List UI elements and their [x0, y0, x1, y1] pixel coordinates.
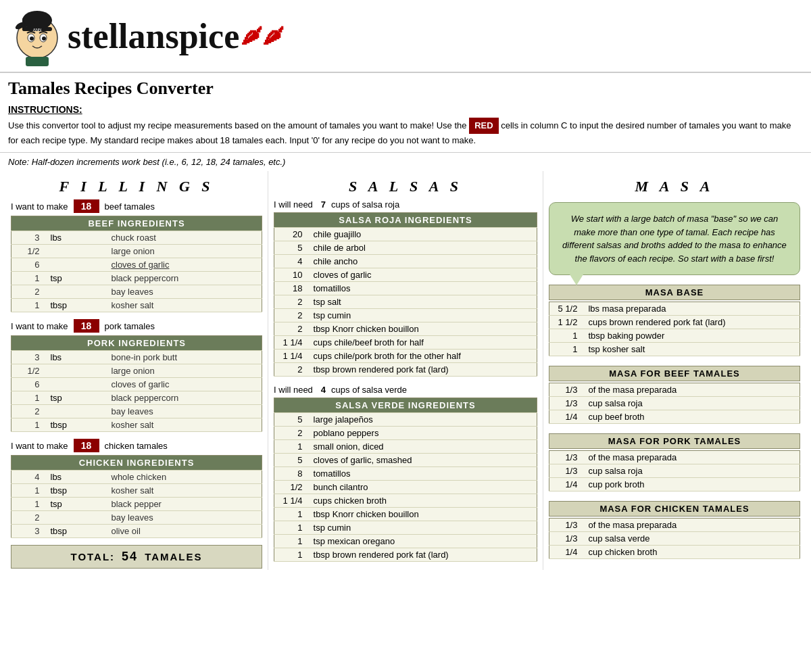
salsa-verde-table: SALSA VERDE INGREDIENTS 5large jalapeños… [274, 398, 537, 562]
table-row: 1tbsp baking powder [549, 329, 800, 343]
table-row: 1tbsp Knorr chicken bouillon [274, 508, 537, 521]
table-row: 1/3of the masa preparada [549, 519, 800, 532]
chicken-want-row: I want to make chicken tamales [11, 439, 262, 452]
table-row: 1/4cup beef broth [549, 410, 800, 424]
page-title: Tamales Recipes Converter [0, 73, 811, 101]
total-label: TOTAL: [71, 551, 116, 562]
masa-pork-header: MASA FOR PORK TAMALES [549, 433, 800, 449]
beef-want-item: beef tamales [105, 201, 155, 212]
svg-text:ANN: ANN [33, 28, 42, 32]
table-row: 18tomatillos [274, 282, 537, 295]
beef-want-row: I want to make beef tamales [11, 199, 262, 213]
total-item: TAMALES [145, 551, 202, 562]
roja-item: cups of salsa roja [331, 199, 399, 210]
beef-header-row: BEEF INGREDIENTS [11, 216, 262, 231]
table-row: 1tspblack pepper [11, 498, 262, 511]
roja-will-row: I will need 7 cups of salsa roja [274, 199, 537, 210]
table-row: 1/4cup chicken broth [549, 546, 800, 559]
masa-pork-table: 1/3of the masa preparada 1/3cup salsa ro… [549, 450, 800, 491]
logo-name: stellanspice [68, 16, 239, 56]
table-row: 6cloves of garlic [11, 258, 262, 272]
table-row: 1tbspkosher salt [11, 299, 262, 312]
table-row: 1/2bunch cilantro [274, 481, 537, 494]
table-row: 1tsp cumin [274, 521, 537, 535]
table-row: 1/3cup salsa roja [549, 464, 800, 478]
table-row: 3lbsbone-in pork butt [11, 351, 262, 364]
chicken-want-item: chicken tamales [105, 441, 168, 451]
table-row: 5chile de arbol [274, 241, 537, 255]
main-content: F I L L I N G S I want to make beef tama… [0, 171, 811, 570]
verde-will-row: I will need 4 cups of salsa verde [274, 385, 537, 395]
svg-point-6 [30, 37, 34, 41]
masa-beef-header: MASA FOR BEEF TAMALES [549, 366, 800, 381]
salsas-heading: S A L S A S [274, 178, 537, 195]
total-value: 54 [122, 550, 138, 564]
masa-base-table: 5 1/2lbs masa preparada 1 1/2cups brown … [549, 302, 800, 356]
table-row: 2tsp cumin [274, 309, 537, 322]
chili-icon: 🌶🌶 [241, 24, 284, 49]
header: ANN stellanspice🌶🌶 [0, 0, 811, 73]
table-row: 1tbspkosher salt [11, 484, 262, 498]
instructions-text: Use this convertor tool to adjust my rec… [8, 118, 803, 147]
verde-value: 4 [321, 385, 326, 395]
beef-input[interactable] [74, 199, 99, 213]
table-row: 1tbsp brown rendered pork fat (lard) [274, 548, 537, 562]
table-row: 2tbsp brown rendered pork fat (lard) [274, 363, 537, 377]
table-row: 2bay leaves [11, 405, 262, 418]
table-row: 1/3of the masa preparada [549, 451, 800, 464]
table-row: 2bay leaves [11, 511, 262, 525]
masa-chicken-header: MASA FOR CHICKEN TAMALES [549, 501, 800, 517]
masa-column: M A S A We start with a large batch of m… [543, 171, 806, 570]
table-row: 1/2large onion [11, 245, 262, 258]
chicken-input[interactable] [74, 439, 99, 452]
red-badge: RED [469, 118, 498, 134]
pork-input[interactable] [74, 319, 99, 333]
table-row: 1 1/2cups brown rendered pork fat (lard) [549, 316, 800, 329]
table-row: 3lbschuck roast [11, 231, 262, 245]
total-bar: TOTAL: 54 TAMALES [11, 545, 262, 569]
salsas-column: S A L S A S I will need 7 cups of salsa … [268, 171, 543, 570]
table-row: 1/3cup salsa roja [549, 397, 800, 410]
masa-speech-bubble: We start with a large batch of masa "bas… [549, 202, 800, 275]
masa-heading: M A S A [549, 178, 800, 195]
table-row: 1/3of the masa preparada [549, 383, 800, 397]
pork-want-item: pork tamales [105, 321, 155, 331]
table-row: 2tsp salt [274, 295, 537, 309]
masa-chicken-table: 1/3of the masa preparada 1/3cup salsa ve… [549, 518, 800, 559]
svg-rect-8 [26, 57, 49, 66]
table-row: 1small onion, diced [274, 440, 537, 454]
fillings-heading: F I L L I N G S [11, 178, 262, 195]
table-row: 4chile ancho [274, 255, 537, 268]
table-row: 1 1/4cups chile/beef broth for half [274, 336, 537, 350]
masa-base-header: MASA BASE [549, 285, 800, 300]
table-row: 5cloves of garlic, smashed [274, 454, 537, 467]
fillings-column: F I L L I N G S I want to make beef tama… [5, 171, 268, 570]
roja-value: 7 [321, 199, 326, 210]
logo-avatar: ANN [7, 5, 68, 66]
table-row: 1/4cup pork broth [549, 478, 800, 491]
pork-header-row: PORK INGREDIENTS [11, 336, 262, 351]
table-row: 6cloves of garlic [11, 378, 262, 391]
table-row: 5large jalapeños [274, 413, 537, 427]
logo-text: stellanspice🌶🌶 [68, 16, 284, 56]
table-row: 2poblano peppers [274, 427, 537, 440]
table-row: 5 1/2lbs masa preparada [549, 302, 800, 316]
table-row: 1tsp kosher salt [549, 343, 800, 356]
salsa-roja-table: SALSA ROJA INGREDIENTS 20chile guajillo … [274, 212, 537, 377]
table-row: 1tspblack peppercorn [11, 272, 262, 285]
table-row: 1/2large onion [11, 364, 262, 378]
table-row: 1tspblack peppercorn [11, 391, 262, 405]
table-row: 2tbsp Knorr chicken bouillon [274, 322, 537, 336]
roja-header-row: SALSA ROJA INGREDIENTS [274, 213, 537, 228]
svg-point-7 [42, 37, 46, 41]
table-row: 1 1/4cups chicken broth [274, 494, 537, 508]
table-row: 4lbswhole chicken [11, 471, 262, 484]
svg-point-1 [22, 11, 52, 30]
chicken-ingredients-table: CHICKEN INGREDIENTS 4lbswhole chicken 1t… [11, 455, 262, 538]
pork-ingredients-table: PORK INGREDIENTS 3lbsbone-in pork butt 1… [11, 335, 262, 432]
instructions-section: INSTRUCTIONS: Use this convertor tool to… [0, 101, 811, 153]
table-row: 1tbspkosher salt [11, 418, 262, 432]
table-row: 8tomatillos [274, 467, 537, 481]
masa-beef-table: 1/3of the masa preparada 1/3cup salsa ro… [549, 383, 800, 424]
verde-item: cups of salsa verde [331, 385, 407, 395]
